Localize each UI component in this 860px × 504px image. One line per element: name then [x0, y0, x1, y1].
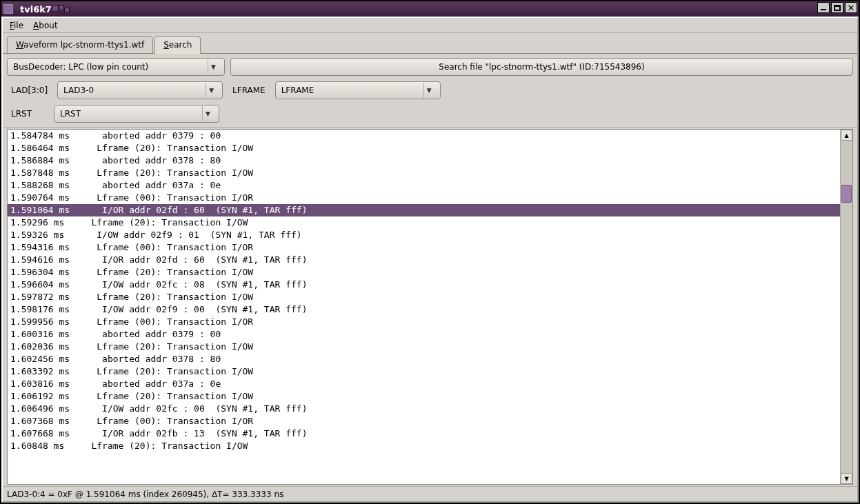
list-row[interactable]: 1.588268 ms aborted addr 037a : 0e: [8, 179, 840, 192]
list-row[interactable]: 1.596304 ms Lframe (20): Transaction I/O…: [8, 266, 840, 279]
list-row[interactable]: 1.602456 ms aborted addr 0378 : 80: [8, 353, 840, 365]
menu-about[interactable]: About: [33, 21, 58, 30]
close-button[interactable]: ✕: [845, 2, 857, 13]
list-row[interactable]: 1.59326 ms I/OW addr 02f9 : 01 (SYN #1, …: [8, 229, 840, 241]
lframe-value: LFRAME: [281, 85, 314, 95]
results-list[interactable]: 1.584784 ms aborted addr 0379 : 001.5864…: [8, 130, 840, 484]
maximize-button[interactable]: [831, 2, 843, 13]
list-row[interactable]: 1.599956 ms Lframe (00): Transaction I/O…: [8, 316, 840, 328]
list-row[interactable]: 1.607368 ms Lframe (00): Transaction I/O…: [8, 415, 840, 427]
list-row[interactable]: 1.597872 ms Lframe (20): Transaction I/O…: [8, 291, 840, 303]
list-row[interactable]: 1.59296 ms Lframe (20): Transaction I/OW: [8, 216, 840, 229]
decoder-select[interactable]: BusDecoder: LPC (low pin count) ▼: [7, 58, 225, 76]
scroll-track[interactable]: [841, 141, 852, 473]
window-title: tvl6k7: [20, 4, 52, 14]
list-row[interactable]: 1.603392 ms Lframe (20): Transaction I/O…: [8, 365, 840, 378]
list-row[interactable]: 1.60848 ms Lframe (20): Transaction I/OW: [8, 440, 840, 452]
menu-file[interactable]: File: [10, 21, 23, 30]
minimize-button[interactable]: [817, 2, 830, 13]
list-row[interactable]: 1.603816 ms aborted addr 037a : 0e: [8, 378, 840, 390]
lframe-select[interactable]: LFRAME ▼: [275, 81, 441, 99]
list-row[interactable]: 1.594616 ms I/OR addr 02fd : 60 (SYN #1,…: [8, 254, 840, 266]
lrst-value: LRST: [60, 109, 81, 119]
scroll-up-button[interactable]: ▲: [841, 130, 852, 141]
scroll-down-button[interactable]: ▼: [841, 473, 852, 484]
scroll-thumb[interactable]: [841, 185, 852, 203]
status-text: LAD3-0:4 = 0xF @ 1.591064 ms (index 2609…: [7, 490, 283, 499]
list-row[interactable]: 1.590764 ms Lframe (00): Transaction I/O…: [8, 192, 840, 204]
titlebar: tvl6k7 ✕: [1, 1, 859, 17]
lrst-select[interactable]: LRST ▼: [54, 105, 219, 123]
lad-label: LAD[3:0]: [11, 85, 48, 95]
list-row[interactable]: 1.594316 ms Lframe (00): Transaction I/O…: [8, 241, 840, 254]
menubar: File About: [3, 18, 857, 33]
list-row[interactable]: 1.586884 ms aborted addr 0378 : 80: [8, 154, 840, 167]
list-row[interactable]: 1.606192 ms Lframe (20): Transaction I/O…: [8, 390, 840, 403]
list-row[interactable]: 1.606496 ms I/OW addr 02fc : 00 (SYN #1,…: [8, 403, 840, 415]
chevron-down-icon: ▼: [423, 83, 434, 98]
list-row[interactable]: 1.596604 ms I/OW addr 02fc : 08 (SYN #1,…: [8, 279, 840, 291]
lframe-label: LFRAME: [232, 85, 266, 95]
tab-waveform[interactable]: Waveform lpc-stnorm-ttys1.wtf: [7, 36, 153, 53]
list-row[interactable]: 1.598176 ms I/OW addr 02f9 : 00 (SYN #1,…: [8, 303, 840, 316]
tabbar: Waveform lpc-stnorm-ttys1.wtf Search: [3, 33, 857, 54]
lad-value: LAD3-0: [63, 85, 94, 95]
window-sysmenu-icon[interactable]: [3, 4, 13, 14]
lrst-label: LRST: [11, 109, 44, 119]
vertical-scrollbar[interactable]: ▲ ▼: [840, 130, 852, 484]
chevron-down-icon: ▼: [202, 106, 213, 121]
statusbar: LAD3-0:4 = 0xF @ 1.591064 ms (index 2609…: [3, 486, 857, 501]
tab-search[interactable]: Search: [154, 36, 201, 54]
titlebar-deco: [52, 5, 70, 13]
list-row[interactable]: 1.600316 ms aborted addr 0379 : 00: [8, 328, 840, 341]
list-row[interactable]: 1.587848 ms Lframe (20): Transaction I/O…: [8, 167, 840, 179]
list-row[interactable]: 1.602036 ms Lframe (20): Transaction I/O…: [8, 341, 840, 353]
lad-select[interactable]: LAD3-0 ▼: [57, 81, 223, 99]
list-row[interactable]: 1.586464 ms Lframe (20): Transaction I/O…: [8, 142, 840, 154]
list-row[interactable]: 1.607668 ms I/OR addr 02fb : 13 (SYN #1,…: [8, 427, 840, 440]
chevron-down-icon: ▼: [206, 83, 217, 98]
list-row[interactable]: 1.591064 ms I/OR addr 02fd : 60 (SYN #1,…: [8, 204, 840, 216]
list-row[interactable]: 1.584784 ms aborted addr 0379 : 00: [8, 130, 840, 142]
search-file-button[interactable]: Search file "lpc-stnorm-ttys1.wtf" (ID:7…: [230, 58, 853, 76]
chevron-down-icon: ▼: [208, 59, 219, 74]
decoder-value: BusDecoder: LPC (low pin count): [13, 62, 148, 72]
